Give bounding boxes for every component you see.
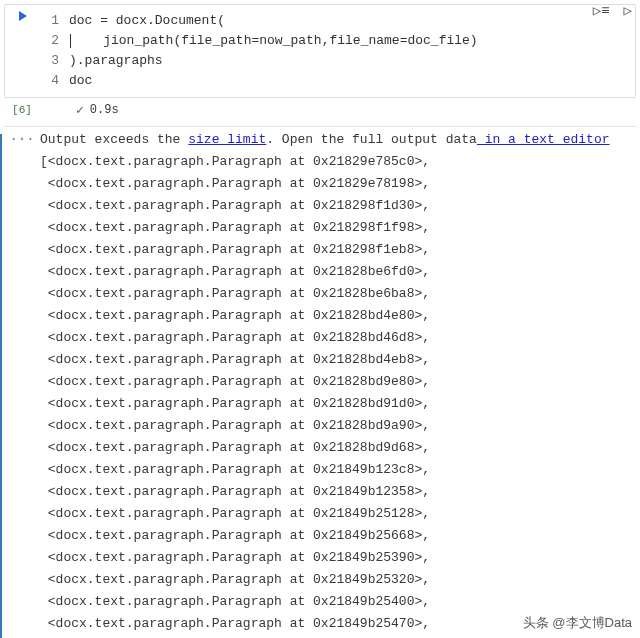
run-below-icon[interactable]: ▷: [620, 0, 636, 21]
output-line: <docx.text.paragraph.Paragraph at 0x2184…: [40, 484, 430, 499]
code-text: doc: [69, 71, 92, 91]
line-number: 1: [41, 11, 69, 31]
output-line: <docx.text.paragraph.Paragraph at 0x2182…: [40, 242, 430, 257]
text-cursor: [70, 34, 71, 48]
output-line: <docx.text.paragraph.Paragraph at 0x2184…: [40, 616, 430, 631]
output-line: <docx.text.paragraph.Paragraph at 0x2184…: [40, 506, 430, 521]
code-line: 1 doc = docx.Document(: [41, 11, 627, 31]
output-line: <docx.text.paragraph.Paragraph at 0x2182…: [40, 220, 430, 235]
output-line: <docx.text.paragraph.Paragraph at 0x2184…: [40, 528, 430, 543]
line-number: 2: [41, 31, 69, 51]
text-editor-link[interactable]: in a text editor: [477, 132, 610, 147]
output-line: <docx.text.paragraph.Paragraph at 0x2182…: [40, 440, 430, 455]
output-line: <docx.text.paragraph.Paragraph at 0x2182…: [40, 286, 430, 301]
output-line: <docx.text.paragraph.Paragraph at 0x2184…: [40, 572, 430, 587]
code-line: 4 doc: [41, 71, 627, 91]
output-line: <docx.text.paragraph.Paragraph at 0x2182…: [40, 374, 430, 389]
code-text: doc = docx.Document(: [69, 11, 225, 31]
execution-time: 0.9s: [90, 103, 119, 117]
go-to-icon[interactable]: ▷≡: [589, 0, 614, 21]
output-line: <docx.text.paragraph.Paragraph at 0x2182…: [40, 396, 430, 411]
code-text: jion_path(file_path=now_path,file_name=d…: [69, 31, 478, 51]
divider: [4, 126, 636, 127]
line-number: 3: [41, 51, 69, 71]
success-check-icon: ✓: [76, 102, 84, 118]
output-line: <docx.text.paragraph.Paragraph at 0x2182…: [40, 352, 430, 367]
code-line: 2 jion_path(file_path=now_path,file_name…: [41, 31, 627, 51]
output-line: [<docx.text.paragraph.Paragraph at 0x218…: [40, 154, 430, 169]
output-line: <docx.text.paragraph.Paragraph at 0x2184…: [40, 550, 430, 565]
output-gutter-menu[interactable]: ···: [4, 129, 40, 638]
cell-gutter: [5, 5, 41, 97]
output-focus-bar: [0, 134, 2, 638]
output-line: <docx.text.paragraph.Paragraph at 0x2182…: [40, 418, 430, 433]
code-text: ).paragraphs: [69, 51, 163, 71]
output-notice-middle: . Open the full output data: [266, 132, 477, 147]
output-line: <docx.text.paragraph.Paragraph at 0x2184…: [40, 594, 430, 609]
execution-meta: [6] ✓ 0.9s: [4, 98, 636, 124]
cell-toolbar: ▷≡ ▷: [589, 0, 636, 21]
code-cell: 1 doc = docx.Document( 2 jion_path(file_…: [4, 4, 636, 98]
output-line: <docx.text.paragraph.Paragraph at 0x2182…: [40, 264, 430, 279]
output-line: <docx.text.paragraph.Paragraph at 0x2182…: [40, 176, 430, 191]
execution-count: [6]: [4, 104, 40, 116]
size-limit-link[interactable]: size limit: [188, 132, 266, 147]
output-line: <docx.text.paragraph.Paragraph at 0x2182…: [40, 308, 430, 323]
output-line: <docx.text.paragraph.Paragraph at 0x2182…: [40, 198, 430, 213]
output-line: <docx.text.paragraph.Paragraph at 0x2184…: [40, 462, 430, 477]
run-cell-button[interactable]: [19, 11, 27, 21]
code-editor[interactable]: 1 doc = docx.Document( 2 jion_path(file_…: [41, 5, 635, 97]
line-number: 4: [41, 71, 69, 91]
watermark: 头条 @李文博Data: [523, 614, 632, 632]
output-line: <docx.text.paragraph.Paragraph at 0x2182…: [40, 330, 430, 345]
output-notice-prefix: Output exceeds the: [40, 132, 188, 147]
code-line: 3 ).paragraphs: [41, 51, 627, 71]
output-area: ··· Output exceeds the size limit. Open …: [0, 129, 640, 638]
output-body: Output exceeds the size limit. Open the …: [40, 129, 636, 638]
